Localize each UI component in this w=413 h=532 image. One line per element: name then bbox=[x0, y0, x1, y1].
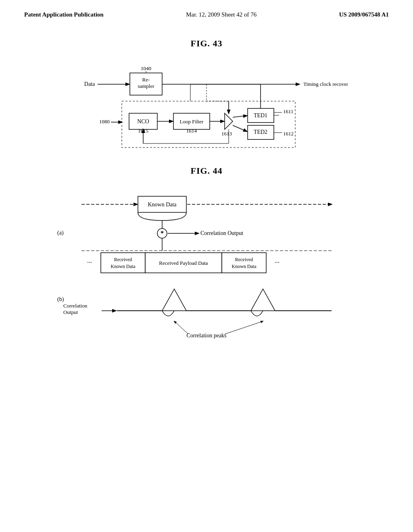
svg-text:(a): (a) bbox=[57, 230, 64, 236]
svg-text:Received: Received bbox=[235, 257, 253, 262]
svg-line-71 bbox=[225, 321, 263, 334]
svg-text:Correlation peaks: Correlation peaks bbox=[186, 332, 226, 339]
svg-text:1613: 1613 bbox=[221, 131, 232, 137]
svg-text:Output: Output bbox=[63, 309, 78, 315]
svg-marker-16 bbox=[225, 113, 233, 129]
svg-text:TED1: TED1 bbox=[254, 112, 267, 118]
header-center: Mar. 12, 2009 Sheet 42 of 76 bbox=[186, 11, 257, 18]
fig44-diagram: (a) Known Data * Correlation Output bbox=[49, 188, 364, 362]
svg-text:sampler: sampler bbox=[138, 83, 154, 89]
page-header: Patent Application Publication Mar. 12, … bbox=[0, 0, 413, 22]
svg-rect-55 bbox=[101, 253, 145, 273]
svg-line-31 bbox=[233, 125, 247, 131]
svg-text:Loop Filter: Loop Filter bbox=[180, 118, 204, 125]
fig43-container: Re- sampler 1040 Data Timing clock recov… bbox=[24, 61, 389, 154]
svg-text:...: ... bbox=[87, 257, 92, 264]
header-left: Patent Application Publication bbox=[24, 11, 104, 18]
svg-text:1612: 1612 bbox=[283, 131, 294, 137]
svg-text:Received: Received bbox=[114, 257, 132, 262]
svg-text:(b): (b) bbox=[57, 296, 64, 303]
main-content: FIG. 43 Re- sampler 1040 Data Timing clo… bbox=[0, 22, 413, 370]
svg-text:Known Data: Known Data bbox=[111, 264, 136, 269]
svg-text:...: ... bbox=[275, 257, 280, 264]
svg-text:Correlation Output: Correlation Output bbox=[200, 230, 243, 236]
svg-rect-60 bbox=[222, 253, 266, 273]
svg-text:Data: Data bbox=[84, 81, 95, 87]
svg-text:Received Payload Data: Received Payload Data bbox=[159, 260, 208, 266]
fig44-container: (a) Known Data * Correlation Output bbox=[24, 188, 389, 362]
svg-text:Known Data: Known Data bbox=[148, 202, 177, 208]
svg-text:1614: 1614 bbox=[186, 128, 197, 134]
svg-text:Known Data: Known Data bbox=[232, 264, 257, 269]
header-right: US 2009/067548 A1 bbox=[339, 11, 389, 18]
svg-line-30 bbox=[233, 116, 247, 117]
svg-text:NCO: NCO bbox=[137, 118, 149, 125]
svg-text:1080: 1080 bbox=[99, 118, 110, 125]
fig43-title: FIG. 43 bbox=[24, 38, 389, 49]
svg-text:*: * bbox=[161, 230, 164, 237]
svg-text:Timing clock recovered Data: Timing clock recovered Data bbox=[303, 81, 348, 87]
svg-text:Re-: Re- bbox=[142, 77, 150, 83]
fig44-title: FIG. 44 bbox=[24, 166, 389, 176]
svg-text:TED2: TED2 bbox=[254, 129, 267, 135]
svg-line-70 bbox=[174, 321, 188, 334]
svg-text:1040: 1040 bbox=[141, 65, 151, 71]
svg-text:1611: 1611 bbox=[283, 108, 294, 114]
fig43-diagram: Re- sampler 1040 Data Timing clock recov… bbox=[65, 61, 348, 154]
svg-text:Correlation: Correlation bbox=[63, 303, 88, 309]
